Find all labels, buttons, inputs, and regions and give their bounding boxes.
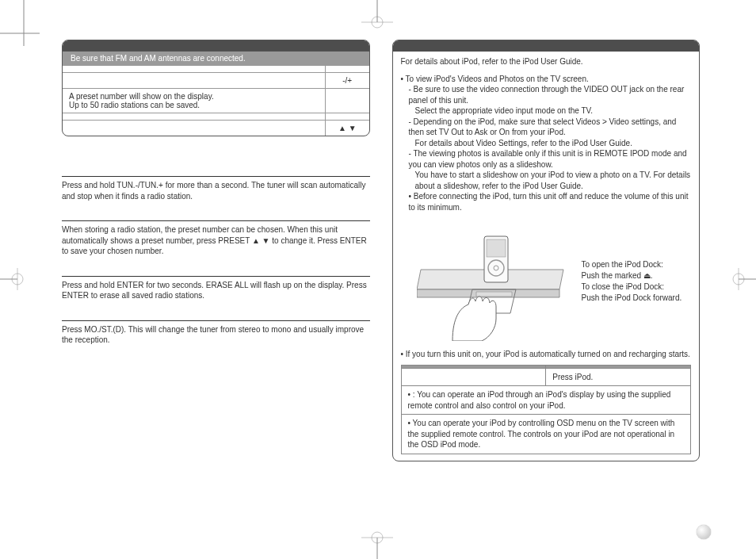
preset-note: A preset number will show on the display… [63, 89, 326, 113]
section-erase-all: Press and hold ENTER for two seconds. ER… [62, 276, 370, 301]
ipod-dock-icon [417, 222, 567, 341]
dock-open-label: To open the iPod Dock: [582, 259, 682, 270]
ipod-note-photos2: You have to start a slideshow on your iP… [401, 170, 692, 191]
tuner-panel-header [63, 40, 369, 52]
svg-point-10 [733, 274, 744, 285]
svg-point-5 [372, 532, 383, 543]
ipod-bullet-before: • Before connecting the iPod, turn this … [401, 191, 692, 212]
section-mono-stereo: Press MO./ST.(D). This will change the t… [62, 320, 370, 346]
svg-point-7 [12, 274, 23, 285]
ipod-dock-figure: To open the iPod Dock: Push the marked ⏏… [417, 222, 692, 341]
store-preset-text: When storing a radio station, the preset… [62, 224, 370, 257]
svg-point-2 [372, 17, 383, 28]
right-column: For details about iPod, refer to the iPo… [392, 40, 701, 523]
mode-remote-text: • : You can operate an iPod through an i… [401, 386, 691, 415]
ipod-bullet-view: • To view iPod's Videos and Photos on th… [401, 74, 692, 85]
manual-page: Be sure that FM and AM antennas are conn… [62, 40, 700, 523]
page-number-circle [697, 525, 711, 539]
tuner-panel-subheader: Be sure that FM and AM antennas are conn… [63, 52, 369, 65]
erase-all-text: Press and hold ENTER for two seconds. ER… [62, 280, 370, 301]
ipod-note-settings2: For details about Video Settings, refer … [401, 138, 692, 149]
dock-close-action: Push the iPod Dock forward. [582, 293, 682, 304]
ipod-panel-header [393, 40, 700, 52]
ipod-note-photos: - The viewing photos is available only i… [401, 148, 692, 170]
ipod-note-videoout: - Be sure to use the video connection th… [401, 84, 692, 105]
dock-open-action: Push the marked ⏏. [582, 270, 682, 281]
mode-osd-text: • You can operate your iPod by controlli… [401, 415, 691, 454]
mono-stereo-text: Press MO./ST.(D). This will change the t… [62, 324, 370, 346]
tuner-table: -/+ A preset number will show on the dis… [63, 65, 369, 136]
svg-marker-17 [476, 292, 512, 297]
ipod-panel: For details about iPod, refer to the iPo… [392, 40, 701, 461]
tuner-panel: Be sure that FM and AM antennas are conn… [62, 40, 370, 136]
section-store-preset: When storing a radio station, the preset… [62, 220, 370, 257]
ipod-modes-table: Press iPod. • : You can operate an iPod … [401, 365, 692, 454]
ipod-note-inputmode: Select the appropriate video input mode … [401, 105, 692, 117]
svg-rect-19 [487, 239, 506, 257]
ipod-recharge-note: • If you turn this unit on, your iPod is… [401, 349, 692, 360]
tune-keys: -/+ [326, 73, 369, 89]
ipod-dock-instructions: To open the iPod Dock: Push the marked ⏏… [582, 259, 682, 304]
ipod-note-settings: - Depending on the iPod, make sure that … [401, 117, 692, 138]
dock-close-label: To close the iPod Dock: [582, 281, 682, 293]
ipod-intro: For details about iPod, refer to the iPo… [401, 56, 692, 67]
preset-arrows: ▲ ▼ [326, 121, 369, 136]
section-auto-scan: Press and hold TUN.-/TUN.+ for more than… [62, 176, 370, 201]
mode-press-ipod: Press iPod. [546, 368, 691, 386]
left-column: Be sure that FM and AM antennas are conn… [62, 40, 370, 523]
auto-scan-text: Press and hold TUN.-/TUN.+ for more than… [62, 180, 370, 201]
